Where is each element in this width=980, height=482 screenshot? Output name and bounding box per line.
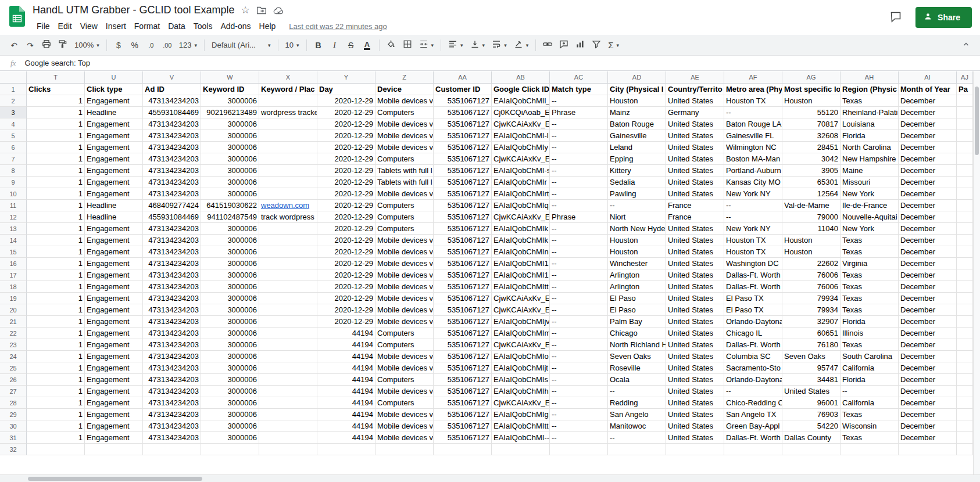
cell-U27[interactable]: Engagement: [85, 386, 143, 397]
cell-AC19[interactable]: --: [550, 293, 608, 304]
cell-X22[interactable]: [259, 328, 317, 339]
cell-X28[interactable]: [259, 397, 317, 409]
cell-AH16[interactable]: Virginia: [840, 258, 899, 269]
row-header-3[interactable]: 3: [0, 107, 27, 118]
cell-AJ4[interactable]: [957, 118, 973, 130]
cell-AB5[interactable]: EAIaIQobChMI-l: [492, 130, 550, 142]
cell-Z12[interactable]: Computers: [375, 211, 434, 223]
cell-AI31[interactable]: December: [899, 432, 957, 444]
cell-AE26[interactable]: United States: [666, 374, 724, 386]
cell-AH19[interactable]: Texas: [840, 293, 899, 304]
cell-AH21[interactable]: Florida: [840, 316, 899, 328]
cell-W7[interactable]: 3000006: [201, 153, 259, 165]
cell-AF7[interactable]: Boston MA-Man: [724, 153, 782, 165]
cell-W29[interactable]: 3000006: [201, 409, 259, 420]
cell-U10[interactable]: Engagement: [85, 188, 143, 200]
cell-Y28[interactable]: 44194: [317, 397, 375, 409]
cell-T2[interactable]: 1: [27, 95, 85, 107]
cell-AG10[interactable]: 12564: [782, 188, 840, 200]
cell-U11[interactable]: Headline: [85, 200, 143, 211]
cell-AD20[interactable]: El Paso: [608, 304, 666, 316]
cell-X24[interactable]: [259, 351, 317, 362]
cell-AH13[interactable]: New York: [840, 223, 899, 235]
cell-U19[interactable]: Engagement: [85, 293, 143, 304]
cell-AD26[interactable]: Ocala: [608, 374, 666, 386]
cell-V2[interactable]: 473134234203: [143, 95, 201, 107]
cell-AG30[interactable]: 54220: [782, 420, 840, 432]
format-currency-button[interactable]: $: [111, 38, 126, 53]
cell-Y30[interactable]: 44194: [317, 420, 375, 432]
cell-AC22[interactable]: --: [550, 328, 608, 339]
cell-AE14[interactable]: United States: [666, 235, 724, 246]
cell-X26[interactable]: [259, 374, 317, 386]
cell-AB22[interactable]: EAIaIQobChMIm: [492, 328, 550, 339]
cell-AA21[interactable]: 5351067127: [434, 316, 492, 328]
cell-U28[interactable]: Engagement: [85, 397, 143, 409]
cell-X1[interactable]: Keyword / Plac: [259, 84, 317, 95]
cell-AC14[interactable]: --: [550, 235, 608, 246]
cell-Y23[interactable]: 44194: [317, 339, 375, 351]
cell-AJ27[interactable]: [957, 386, 973, 397]
cell-AI20[interactable]: December: [899, 304, 957, 316]
cell-T25[interactable]: 1: [27, 362, 85, 374]
create-filter-button[interactable]: [589, 38, 604, 53]
row-header-6[interactable]: 6: [0, 142, 27, 153]
cell-Y22[interactable]: 44194: [317, 328, 375, 339]
cell-AB7[interactable]: CjwKCAiAxKv_E: [492, 153, 550, 165]
cell-U17[interactable]: Engagement: [85, 269, 143, 281]
menu-file[interactable]: File: [33, 21, 54, 31]
cell-AG28[interactable]: 96001: [782, 397, 840, 409]
cell-AF3[interactable]: --: [724, 107, 782, 118]
cell-AI32[interactable]: [899, 444, 957, 455]
cell-AI16[interactable]: December: [899, 258, 957, 269]
cell-AG13[interactable]: 11040: [782, 223, 840, 235]
cell-U22[interactable]: Engagement: [85, 328, 143, 339]
cell-AB9[interactable]: EAIaIQobChMIr: [492, 177, 550, 188]
cell-AD6[interactable]: Leland: [608, 142, 666, 153]
cell-AC21[interactable]: --: [550, 316, 608, 328]
cell-AI22[interactable]: December: [899, 328, 957, 339]
cell-U13[interactable]: Engagement: [85, 223, 143, 235]
cell-U32[interactable]: [85, 444, 143, 455]
cell-AF26[interactable]: Orlando-Daytona: [724, 374, 782, 386]
cell-AH32[interactable]: [840, 444, 899, 455]
cell-AG3[interactable]: 55120: [782, 107, 840, 118]
cell-Z16[interactable]: Mobile devices v: [375, 258, 434, 269]
cell-Y3[interactable]: 2020-12-29: [317, 107, 375, 118]
cell-AB26[interactable]: EAIaIQobChMIs: [492, 374, 550, 386]
cell-AB21[interactable]: EAIaIQobChMIjv: [492, 316, 550, 328]
cell-AA31[interactable]: 5351067127: [434, 432, 492, 444]
row-header-2[interactable]: 2: [0, 95, 27, 107]
cell-AH25[interactable]: California: [840, 362, 899, 374]
cell-AB1[interactable]: Google Click ID: [492, 84, 550, 95]
cell-AI8[interactable]: December: [899, 165, 957, 177]
cell-V21[interactable]: 473134234203: [143, 316, 201, 328]
cell-AG31[interactable]: Dallas County: [782, 432, 840, 444]
cell-AD28[interactable]: Redding: [608, 397, 666, 409]
cell-Y17[interactable]: 2020-12-29: [317, 269, 375, 281]
cell-AE20[interactable]: United States: [666, 304, 724, 316]
cell-W30[interactable]: 3000006: [201, 420, 259, 432]
cell-X14[interactable]: [259, 235, 317, 246]
cell-AA13[interactable]: 5351067127: [434, 223, 492, 235]
cell-Z13[interactable]: Computers: [375, 223, 434, 235]
cell-AG20[interactable]: 79934: [782, 304, 840, 316]
cell-T18[interactable]: 1: [27, 281, 85, 293]
cell-Y31[interactable]: 44194: [317, 432, 375, 444]
column-header-W[interactable]: W: [201, 71, 259, 84]
cell-AH11[interactable]: Ile-de-France: [840, 200, 899, 211]
column-header-AD[interactable]: AD: [608, 71, 666, 84]
cell-AC18[interactable]: --: [550, 281, 608, 293]
cell-AF17[interactable]: Dallas-Ft. Worth: [724, 269, 782, 281]
cell-Y24[interactable]: 44194: [317, 351, 375, 362]
cell-V25[interactable]: 473134234203: [143, 362, 201, 374]
cell-AD24[interactable]: Seven Oaks: [608, 351, 666, 362]
cell-X27[interactable]: [259, 386, 317, 397]
cell-AD7[interactable]: Epping: [608, 153, 666, 165]
cell-V18[interactable]: 473134234203: [143, 281, 201, 293]
cell-T14[interactable]: 1: [27, 235, 85, 246]
cell-AH31[interactable]: Texas: [840, 432, 899, 444]
cell-T21[interactable]: 1: [27, 316, 85, 328]
cell-AB4[interactable]: CjwKCAiAxKv_E: [492, 118, 550, 130]
horizontal-scrollbar-thumb[interactable]: [28, 477, 202, 481]
